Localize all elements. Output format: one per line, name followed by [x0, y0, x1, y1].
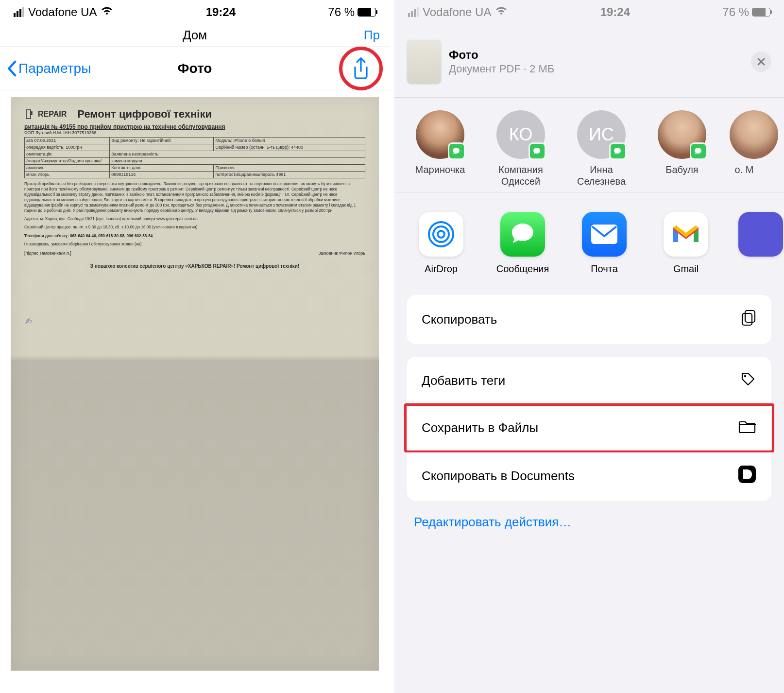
- page-title: Фото: [178, 61, 212, 76]
- action-label: Сохранить в Файлы: [422, 420, 538, 435]
- doc-sign-right: Замовник Филон Игорь: [318, 251, 365, 256]
- status-bar-right: Vodafone UA 19:24 76 %: [394, 0, 784, 24]
- doc-receipt-line: витанція № 49155 про прийом пристрою на …: [24, 123, 365, 130]
- mail-icon: [582, 212, 627, 257]
- documents-app-icon: [737, 465, 757, 487]
- carrier-label: Vodafone UA: [28, 5, 97, 19]
- background-title-bar: Дом Пр: [0, 24, 390, 47]
- apps-row: AirDrop Сообщения Почта Gmail: [394, 192, 784, 289]
- doc-address: Адреса: м. Харків, вул. Свободи 19/21 (в…: [24, 216, 365, 222]
- gmail-icon: [664, 212, 708, 257]
- time-label: 19:24: [206, 5, 236, 19]
- avatar: ИС: [577, 110, 626, 159]
- doc-footer: З повагою колектив сервісного центру «ХА…: [24, 263, 365, 269]
- messages-badge-icon: [609, 142, 627, 160]
- app-icon-partial: [738, 212, 783, 257]
- contact-item[interactable]: КО Компания Одиссей: [488, 110, 554, 187]
- doc-heading: Ремонт цифрової техніки: [77, 108, 212, 121]
- battery-pct: 76 %: [328, 5, 355, 19]
- time-label: 19:24: [600, 5, 630, 19]
- svg-point-1: [433, 226, 449, 242]
- battery-icon: [752, 8, 770, 17]
- copy-icon: [740, 309, 757, 330]
- edit-actions-link[interactable]: Редактировать действия…: [414, 515, 771, 530]
- close-icon: [757, 57, 766, 66]
- doc-fine-print: Пристрій приймається без розбирання і пе…: [24, 181, 365, 213]
- background-edit-truncated: Пр: [364, 28, 380, 43]
- doc-hours: Сервісний Центр працює: пн.-пт. з 9.30 д…: [24, 225, 365, 230]
- avatar: [416, 110, 464, 159]
- sheet-subtitle: Документ PDF · 2 МБ: [449, 63, 743, 75]
- action-copy-to-documents[interactable]: Скопировать в Documents: [407, 450, 771, 501]
- contacts-row: Мариночка КО Компания Одиссей ИС Инна Се…: [394, 98, 784, 192]
- action-copy[interactable]: Скопировать: [407, 295, 771, 344]
- messages-badge-icon: [528, 142, 546, 160]
- action-label: Скопировать в Documents: [422, 468, 575, 484]
- app-more[interactable]: [738, 212, 758, 275]
- doc-phones: Телефони для зв'язку: 063-640-64-40, 050…: [24, 233, 365, 239]
- app-label: AirDrop: [412, 263, 470, 275]
- app-airdrop[interactable]: AirDrop: [412, 212, 470, 275]
- svg-rect-5: [745, 311, 755, 322]
- nav-bar: Параметры Фото: [0, 47, 390, 90]
- contact-name: Инна Селезнева: [568, 164, 634, 187]
- share-sheet: Фото Документ PDF · 2 МБ Мариночка КО Ко…: [394, 29, 784, 693]
- contact-item[interactable]: о. М: [730, 110, 759, 187]
- folder-icon: [738, 419, 757, 437]
- share-button-highlight: [339, 47, 383, 90]
- svg-point-0: [438, 231, 444, 238]
- signature-icon: ✍︎: [25, 316, 33, 327]
- contact-name: Компания Одиссей: [488, 164, 554, 187]
- doc-sign-left: [підпис замовника/м.п.]: [24, 251, 71, 256]
- battery-pct: 76 %: [722, 5, 749, 19]
- wifi-icon: [495, 6, 508, 18]
- close-button[interactable]: [751, 52, 771, 72]
- share-button[interactable]: [351, 57, 371, 80]
- messages-icon: [500, 212, 545, 257]
- back-label: Параметры: [18, 61, 91, 76]
- app-label: Сообщения: [494, 263, 552, 275]
- contact-item[interactable]: Бабуля: [649, 110, 715, 187]
- avatar: [730, 110, 778, 159]
- sheet-title: Фото: [449, 48, 743, 62]
- airdrop-icon: [419, 212, 463, 257]
- tag-icon: [739, 370, 757, 391]
- svg-rect-3: [591, 225, 617, 244]
- app-gmail[interactable]: Gmail: [657, 212, 715, 275]
- doc-logo: REPAIR: [24, 109, 67, 120]
- actions-list-1: Скопировать: [407, 295, 771, 344]
- doc-fop: ФОП Луговий Н.М. ІНН:3077519256: [24, 130, 365, 135]
- messages-badge-icon: [448, 142, 465, 160]
- carrier-label: Vodafone UA: [423, 5, 491, 19]
- action-save-to-files[interactable]: Сохранить в Файлы: [407, 405, 771, 450]
- avatar: КО: [496, 110, 545, 159]
- contact-item[interactable]: ИС Инна Селезнева: [568, 110, 634, 187]
- action-label: Скопировать: [422, 312, 497, 327]
- action-add-tags[interactable]: Добавить теги: [407, 357, 771, 405]
- contact-name: о. М: [730, 164, 759, 175]
- doc-agree: і пошкоджень, умовами зберігання і обслу…: [24, 242, 365, 247]
- status-bar-left: Vodafone UA 19:24 76 %: [0, 0, 390, 24]
- app-messages[interactable]: Сообщения: [494, 212, 552, 275]
- app-mail[interactable]: Почта: [575, 212, 633, 275]
- action-label: Добавить теги: [422, 373, 505, 388]
- sheet-thumbnail: [407, 40, 441, 84]
- messages-badge-icon: [690, 142, 707, 160]
- document-preview[interactable]: REPAIR Ремонт цифрової техніки витанція …: [11, 97, 379, 671]
- contact-name: Мариночка: [407, 164, 473, 175]
- avatar: [658, 110, 706, 159]
- signal-icon: [408, 7, 419, 17]
- doc-table: ата 07.06.2021Вид ремонту: Не гарантійни…: [24, 137, 365, 178]
- contact-name: Бабуля: [649, 164, 715, 175]
- app-label: Почта: [575, 263, 633, 275]
- contact-item[interactable]: Мариночка: [407, 110, 473, 187]
- app-label: Gmail: [657, 263, 715, 275]
- wifi-icon: [101, 6, 113, 18]
- battery-icon: [358, 8, 376, 17]
- svg-point-6: [744, 375, 746, 377]
- back-button[interactable]: Параметры: [4, 60, 91, 77]
- svg-rect-4: [742, 313, 752, 325]
- actions-list-2: Добавить теги Сохранить в Файлы Скопиров…: [407, 357, 771, 501]
- signal-icon: [14, 7, 24, 17]
- background-title: Дом: [183, 28, 207, 43]
